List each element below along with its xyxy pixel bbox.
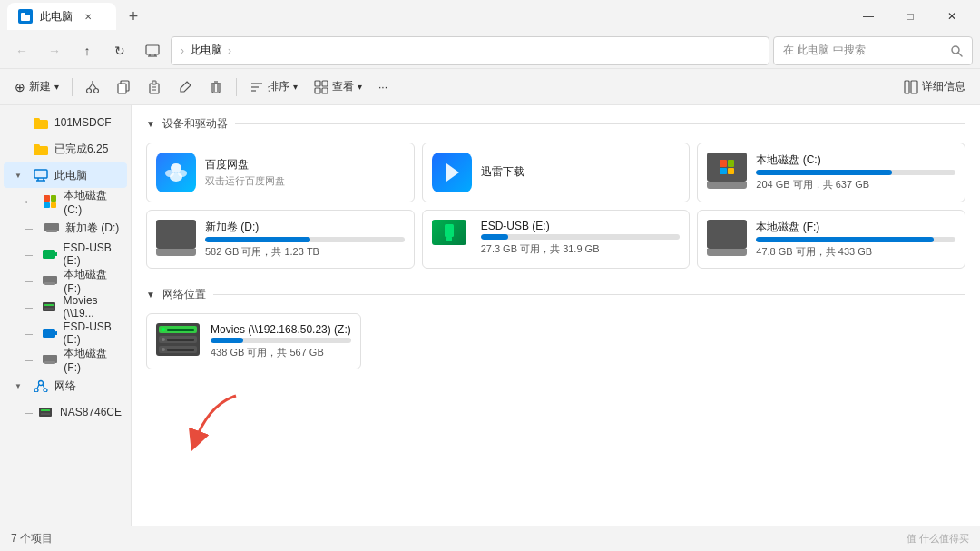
nas-sidebar-icon — [38, 404, 54, 420]
sidebar-label-localf: 本地磁盘 (F:) — [64, 267, 120, 295]
newd-icon — [44, 220, 60, 236]
svg-rect-27 — [315, 88, 320, 93]
sidebar-label-folder2: 已完成6.25 — [54, 142, 108, 157]
movies-nas-card[interactable]: Movies (\\192.168.50.23) (Z:) 438 GB 可用，… — [146, 313, 361, 369]
close-btn[interactable]: ✕ — [931, 2, 973, 31]
esde2-expand: — — [25, 330, 36, 338]
sort-icon — [250, 80, 264, 94]
diskF-progress-bg — [756, 237, 956, 242]
svg-rect-15 — [150, 84, 159, 93]
sidebar-label-localc: 本地磁盘 (C:) — [64, 188, 120, 216]
sidebar-item-newd[interactable]: — 新加卷 (D:) — [4, 215, 127, 241]
svg-rect-29 — [905, 81, 909, 93]
sidebar-item-network[interactable]: ▼ 网络 — [4, 373, 127, 398]
network-chevron[interactable]: ▼ — [146, 290, 155, 300]
sort-label: 排序 — [268, 79, 289, 94]
diskC-icon-container — [707, 153, 747, 189]
svg-point-54 — [44, 389, 47, 392]
esdE-icon-container — [432, 220, 472, 245]
diskD-progress-fill — [205, 237, 310, 242]
maximize-btn[interactable]: □ — [889, 2, 931, 31]
network-drives: Movies (\\192.168.50.23) (Z:) 438 GB 可用，… — [146, 313, 965, 369]
esdE-card[interactable]: ESD-USB (E:) 27.3 GB 可用，共 31.9 GB — [422, 210, 691, 269]
diskF-progress-fill — [756, 237, 933, 242]
sidebar-item-esde2[interactable]: — ESD-USB (E:) — [4, 320, 127, 346]
sidebar-item-localc[interactable]: › 本地磁盘 (C:) — [4, 189, 127, 214]
sidebar-label-esde: ESD-USB (E:) — [64, 241, 120, 267]
sidebar-item-folder2[interactable]: 已完成6.25 — [4, 136, 127, 162]
diskC-progress-bg — [756, 170, 956, 175]
movies-space: 438 GB 可用，共 567 GB — [211, 346, 351, 359]
xunlei-name: 迅雷下载 — [481, 164, 681, 180]
baidu-info: 百度网盘 双击运行百度网盘 — [205, 157, 405, 188]
svg-rect-44 — [44, 282, 55, 285]
drives-grid-devices: 百度网盘 双击运行百度网盘 迅雷下载 — [146, 143, 965, 269]
movies-expand: — — [25, 303, 36, 311]
diskC-card[interactable]: 本地磁盘 (C:) 204 GB 可用，共 637 GB — [697, 143, 965, 202]
more-icon: ··· — [378, 81, 387, 93]
minimize-btn[interactable]: — — [848, 2, 889, 31]
svg-rect-49 — [55, 331, 57, 335]
delete-btn[interactable] — [201, 74, 230, 101]
svg-rect-65 — [445, 224, 454, 237]
new-icon: ⊕ — [15, 80, 25, 94]
tab-thispc[interactable]: 此电脑 ✕ — [7, 3, 116, 30]
more-btn[interactable]: ··· — [371, 74, 395, 101]
folder-icon-101msdcf — [33, 114, 49, 131]
new-chevron: ▾ — [54, 82, 59, 92]
new-tab-btn[interactable]: + — [120, 3, 147, 30]
sidebar-item-101msdcf[interactable]: 101MSDCF — [4, 110, 127, 135]
baidu-card[interactable]: 百度网盘 双击运行百度网盘 — [146, 143, 415, 202]
sidebar-item-localf[interactable]: — 本地磁盘 (F:) — [4, 268, 127, 293]
address-bar[interactable]: › 此电脑 › — [171, 36, 769, 65]
localf2-icon — [42, 351, 58, 368]
sidebar-label-movies: Movies (\\19... — [64, 294, 120, 320]
svg-point-8 — [87, 88, 92, 93]
view-btn[interactable]: 查看 ▾ — [307, 74, 369, 101]
content-area: ▼ 设备和驱动器 — [132, 105, 980, 526]
paste-btn[interactable] — [140, 74, 169, 101]
new-btn[interactable]: ⊕ 新建 ▾ — [7, 74, 66, 101]
sidebar-item-nas[interactable]: — NAS8746CE — [4, 399, 127, 425]
cut-btn[interactable] — [78, 74, 107, 101]
sidebar-label-101msdcf: 101MSDCF — [54, 116, 112, 129]
view-label: 查看 — [332, 79, 354, 94]
svg-rect-59 — [41, 413, 50, 415]
rename-btn[interactable] — [171, 74, 200, 101]
sidebar-item-thispc[interactable]: ▼ 此电脑 — [4, 162, 127, 188]
svg-point-53 — [34, 389, 38, 392]
window-controls: — □ ✕ — [848, 2, 973, 31]
sort-btn[interactable]: 排序 ▾ — [242, 74, 305, 101]
details-btn[interactable]: 详细信息 — [897, 74, 973, 101]
sidebar-label-nas: NAS8746CE — [60, 406, 122, 418]
up-btn[interactable]: ↑ — [73, 36, 102, 65]
devices-chevron[interactable]: ▼ — [146, 119, 155, 129]
sidebar-item-localf2[interactable]: — 本地磁盘 (F:) — [4, 347, 127, 372]
svg-point-63 — [170, 172, 182, 182]
diskF-card[interactable]: 本地磁盘 (F:) 47.8 GB 可用，共 433 GB — [697, 210, 965, 269]
tab-close-btn[interactable]: ✕ — [80, 8, 96, 25]
monitor-btn[interactable] — [138, 36, 167, 65]
svg-line-10 — [89, 84, 93, 89]
folder-icon-folder2 — [33, 141, 49, 157]
copy-btn[interactable] — [109, 74, 138, 101]
localc-icon — [42, 193, 58, 210]
sidebar-label-localf2: 本地磁盘 (F:) — [64, 346, 120, 374]
sidebar-item-movies[interactable]: — Movies (\\19... — [4, 294, 127, 320]
diskF-space: 47.8 GB 可用，共 433 GB — [756, 245, 956, 259]
copy-icon — [116, 80, 131, 94]
esde-icon — [42, 246, 58, 262]
sidebar-item-esde[interactable]: — ESD-USB (E:) — [4, 241, 127, 267]
localf-expand: — — [25, 277, 36, 285]
svg-point-9 — [94, 88, 99, 93]
status-bar: 7 个项目 值 什么值得买 — [0, 526, 980, 551]
diskD-card[interactable]: 新加卷 (D:) 582 GB 可用，共 1.23 TB — [146, 210, 415, 269]
search-placeholder: 在 此电脑 中搜索 — [783, 43, 866, 58]
diskF-name: 本地磁盘 (F:) — [756, 220, 956, 235]
svg-rect-14 — [118, 84, 126, 93]
refresh-btn[interactable]: ↻ — [105, 36, 134, 65]
xunlei-card[interactable]: 迅雷下载 — [422, 143, 691, 202]
svg-rect-26 — [322, 81, 328, 86]
search-bar[interactable]: 在 此电脑 中搜索 — [773, 36, 973, 65]
svg-rect-57 — [39, 408, 52, 417]
